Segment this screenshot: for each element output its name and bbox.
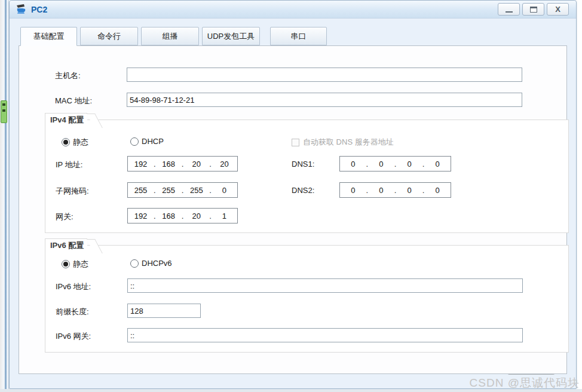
mac-input[interactable] — [127, 93, 522, 107]
checkbox-icon — [292, 139, 299, 146]
subnet-mask-input[interactable]: 255.255.255.0 — [127, 182, 238, 198]
gateway-label: 网关: — [56, 212, 73, 222]
titlebar[interactable]: PC2 X — [10, 1, 576, 19]
dns1-label: DNS1: — [292, 160, 314, 169]
watermark-text: CSDN @思诚代码块 — [470, 375, 580, 391]
hostname-input[interactable] — [127, 68, 522, 82]
tab-bar: 基础配置 命令行 组播 UDP发包工具 串口 — [20, 27, 327, 46]
ipv4-dhcp-radio[interactable]: DHCP — [130, 137, 164, 146]
ipv4-group: IPv4 配置 静态 DHCP 自动获取 DNS 服务器地址 IP 地址: 19… — [45, 120, 569, 233]
window-controls: X — [498, 3, 569, 16]
ipv6-group: IPv6 配置 静态 DHCPv6 IPv6 地址: 前缀长度: IPv6 网关… — [45, 245, 569, 353]
subnet-mask-label: 子网掩码: — [56, 186, 89, 197]
prefix-length-label: 前缀长度: — [56, 307, 89, 317]
radio-icon — [62, 138, 70, 146]
maximize-button[interactable] — [522, 3, 544, 16]
minimize-button[interactable] — [498, 3, 520, 16]
ipv6-address-input[interactable] — [127, 278, 523, 293]
tab-multicast[interactable]: 组播 — [141, 27, 199, 45]
background-device-icon — [1, 100, 7, 123]
radio-icon — [130, 259, 139, 268]
hostname-label: 主机名: — [55, 71, 81, 81]
screen: PC2 X 基础配置 命令行 组播 UDP发包工具 串口 主机名: — [0, 0, 582, 392]
dns2-input[interactable]: 0.0.0.0 — [339, 182, 451, 198]
maximize-icon — [530, 7, 537, 13]
ip-address-label: IP 地址: — [56, 160, 82, 170]
basic-config-panel: 主机名: MAC 地址: IPv4 配置 静态 DHCP 自动获取 DNS 服务 — [19, 45, 567, 374]
ipv4-static-radio[interactable]: 静态 — [62, 137, 88, 148]
ipv6-static-radio[interactable]: 静态 — [62, 259, 88, 270]
tab-serial[interactable]: 串口 — [270, 27, 327, 45]
tab-udp-tool[interactable]: UDP发包工具 — [202, 27, 260, 45]
ipv6-group-legend: IPv6 配置 — [45, 238, 87, 252]
dns2-label: DNS2: — [292, 186, 314, 195]
ip-address-input[interactable]: 192.168.20.20 — [127, 156, 238, 172]
tab-basic-config[interactable]: 基础配置 — [20, 27, 77, 46]
minimize-icon — [506, 11, 513, 13]
radio-icon — [62, 260, 70, 268]
close-button[interactable]: X — [547, 3, 569, 16]
prefix-length-input[interactable] — [127, 304, 201, 318]
pc-icon — [16, 4, 27, 15]
ipv6-dhcpv6-radio[interactable]: DHCPv6 — [130, 259, 172, 268]
mac-label: MAC 地址: — [55, 96, 92, 106]
dns1-input[interactable]: 0.0.0.0 — [339, 156, 451, 172]
close-icon: X — [555, 5, 560, 13]
pc-config-window: PC2 X 基础配置 命令行 组播 UDP发包工具 串口 主机名: — [9, 0, 577, 389]
dns-auto-checkbox: 自动获取 DNS 服务器地址 — [292, 137, 394, 148]
ipv6-gateway-label: IPv6 网关: — [56, 331, 91, 342]
tab-command-line[interactable]: 命令行 — [80, 27, 138, 45]
window-title: PC2 — [31, 5, 47, 14]
radio-icon — [130, 137, 139, 146]
ipv6-gateway-input[interactable] — [127, 328, 523, 342]
gateway-input[interactable]: 192.168.20.1 — [127, 208, 238, 223]
ipv4-group-legend: IPv4 配置 — [45, 113, 87, 127]
background-window-strip — [0, 0, 9, 392]
ipv6-address-label: IPv6 地址: — [56, 281, 91, 292]
background-divider — [5, 0, 7, 392]
